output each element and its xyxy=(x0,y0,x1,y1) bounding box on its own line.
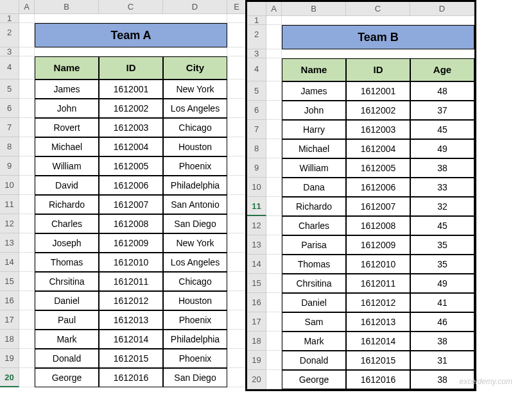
cell[interactable] xyxy=(19,156,35,176)
table-data-cell[interactable]: Houston xyxy=(163,291,227,310)
cell[interactable] xyxy=(266,197,282,216)
column-header[interactable]: D xyxy=(410,2,474,16)
cell[interactable] xyxy=(19,118,35,137)
cell[interactable] xyxy=(266,158,282,178)
table-data-cell[interactable]: 1612002 xyxy=(346,101,410,120)
table-title[interactable]: Team A xyxy=(35,23,227,47)
table-data-cell[interactable]: Philadelphia xyxy=(163,330,227,349)
row-header[interactable]: 6 xyxy=(0,99,19,118)
table-data-cell[interactable]: 46 xyxy=(410,312,474,332)
table-data-cell[interactable]: Donald xyxy=(35,349,99,368)
table-data-cell[interactable]: 1612012 xyxy=(346,293,410,312)
table-header-cell[interactable]: ID xyxy=(99,56,163,80)
table-data-cell[interactable]: 1612011 xyxy=(346,274,410,293)
row-header[interactable]: 4 xyxy=(247,58,266,81)
row-header[interactable]: 7 xyxy=(247,120,266,139)
cell[interactable] xyxy=(266,312,282,332)
table-data-cell[interactable]: 49 xyxy=(410,139,474,158)
cell[interactable] xyxy=(35,47,227,56)
row-header[interactable]: 2 xyxy=(247,25,266,49)
table-data-cell[interactable]: 1612010 xyxy=(99,253,163,272)
table-data-cell[interactable]: Mark xyxy=(282,332,346,351)
row-header[interactable]: 18 xyxy=(0,330,19,349)
cell[interactable] xyxy=(227,176,247,195)
table-data-cell[interactable]: 35 xyxy=(410,255,474,274)
table-data-cell[interactable]: 1612007 xyxy=(99,195,163,214)
table-data-cell[interactable]: New York xyxy=(163,233,227,253)
row-header[interactable]: 10 xyxy=(0,176,19,195)
table-data-cell[interactable]: 1612014 xyxy=(346,332,410,351)
table-data-cell[interactable]: 41 xyxy=(410,293,474,312)
row-header[interactable]: 15 xyxy=(0,272,19,291)
table-data-cell[interactable]: 1612003 xyxy=(99,118,163,137)
table-data-cell[interactable]: Phoenix xyxy=(163,349,227,368)
row-header[interactable]: 9 xyxy=(0,156,19,176)
table-data-cell[interactable]: Chrsitina xyxy=(282,274,346,293)
table-data-cell[interactable]: 1612013 xyxy=(346,312,410,332)
cell[interactable] xyxy=(227,291,247,310)
cell[interactable] xyxy=(266,332,282,351)
table-data-cell[interactable]: 1612001 xyxy=(346,81,410,101)
column-header[interactable]: A xyxy=(266,2,282,16)
table-data-cell[interactable]: 1612009 xyxy=(346,235,410,255)
table-data-cell[interactable]: Michael xyxy=(282,139,346,158)
column-header[interactable]: E xyxy=(227,0,247,14)
row-header[interactable]: 16 xyxy=(0,291,19,310)
cell[interactable] xyxy=(227,330,247,349)
table-data-cell[interactable]: 38 xyxy=(410,370,474,389)
cell[interactable] xyxy=(266,58,282,81)
table-data-cell[interactable]: 1612008 xyxy=(346,216,410,235)
cell[interactable] xyxy=(227,137,247,156)
table-data-cell[interactable]: 35 xyxy=(410,235,474,255)
table-header-cell[interactable]: Name xyxy=(282,58,346,81)
cell[interactable] xyxy=(19,137,35,156)
cell[interactable] xyxy=(266,274,282,293)
table-data-cell[interactable]: Dana xyxy=(282,178,346,197)
table-data-cell[interactable]: San Diego xyxy=(163,214,227,233)
row-header[interactable]: 11 xyxy=(0,195,19,214)
cell[interactable] xyxy=(19,214,35,233)
cell[interactable] xyxy=(266,235,282,255)
select-all-corner[interactable] xyxy=(0,0,19,14)
row-header[interactable]: 18 xyxy=(247,332,266,351)
column-header[interactable]: B xyxy=(282,2,346,16)
table-header-cell[interactable]: Name xyxy=(35,56,99,80)
table-data-cell[interactable]: Michael xyxy=(35,137,99,156)
row-header[interactable]: 20 xyxy=(247,370,266,389)
table-data-cell[interactable]: George xyxy=(35,368,99,387)
table-data-cell[interactable]: 48 xyxy=(410,81,474,101)
cell[interactable] xyxy=(19,368,35,387)
cell[interactable] xyxy=(227,272,247,291)
cell[interactable] xyxy=(19,23,35,47)
table-data-cell[interactable]: 1612016 xyxy=(346,370,410,389)
row-header[interactable]: 17 xyxy=(247,312,266,332)
table-data-cell[interactable]: 1612003 xyxy=(346,120,410,139)
row-header[interactable]: 12 xyxy=(0,214,19,233)
table-data-cell[interactable]: 1612005 xyxy=(346,158,410,178)
column-header[interactable]: C xyxy=(99,0,163,14)
cell[interactable] xyxy=(227,214,247,233)
cell[interactable] xyxy=(19,272,35,291)
row-header[interactable]: 19 xyxy=(0,349,19,368)
cell[interactable] xyxy=(227,56,247,80)
cell[interactable] xyxy=(227,233,247,253)
row-header[interactable]: 4 xyxy=(0,56,19,80)
table-data-cell[interactable]: James xyxy=(282,81,346,101)
table-header-cell[interactable]: ID xyxy=(346,58,410,81)
table-data-cell[interactable]: Donald xyxy=(282,351,346,370)
row-header[interactable]: 12 xyxy=(247,216,266,235)
table-data-cell[interactable]: 45 xyxy=(410,216,474,235)
table-data-cell[interactable]: Harry xyxy=(282,120,346,139)
cell[interactable] xyxy=(19,330,35,349)
table-data-cell[interactable]: 1612009 xyxy=(99,233,163,253)
row-header[interactable]: 1 xyxy=(247,16,266,25)
table-data-cell[interactable]: Paul xyxy=(35,310,99,330)
table-data-cell[interactable]: Sam xyxy=(282,312,346,332)
cell[interactable] xyxy=(19,99,35,118)
cell[interactable] xyxy=(266,351,282,370)
table-data-cell[interactable]: 1612004 xyxy=(99,137,163,156)
table-data-cell[interactable]: 33 xyxy=(410,178,474,197)
table-data-cell[interactable]: 1612014 xyxy=(99,330,163,349)
row-header[interactable]: 15 xyxy=(247,274,266,293)
row-header[interactable]: 1 xyxy=(0,14,19,23)
